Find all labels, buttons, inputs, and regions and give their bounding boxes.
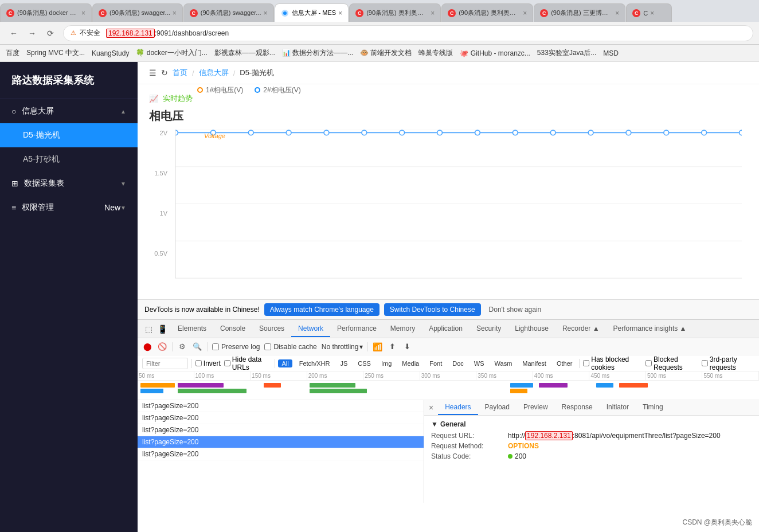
details-tab-initiator[interactable]: Initiator [600,400,636,415]
invert-input[interactable] [195,360,202,366]
tab-t6[interactable]: C (90条消息) 奥利奥实... × [441,3,533,22]
details-tab-payload[interactable]: Payload [478,400,517,415]
record-icon[interactable]: ⬤ [142,342,152,352]
bookmark-beehive[interactable]: 蜂巢专线版 [418,48,453,58]
bookmark-baidu[interactable]: 百度 [6,48,19,58]
filter-type-css[interactable]: CSS [354,359,374,367]
tab-t4[interactable]: 信息大屏 - MES × [275,3,349,22]
throttle-dropdown[interactable]: No throttling ▾ [322,343,363,351]
filter-icon[interactable]: ⚙ [177,342,187,352]
filter-type-js[interactable]: JS [337,359,351,367]
tab-performance[interactable]: Performance [330,321,384,337]
tab-t7[interactable]: C (90条消息) 三更博客... × [534,3,625,22]
bookmark-msd[interactable]: MSD [603,49,619,57]
filter-type-manifest[interactable]: Manifest [519,359,550,367]
blocked-requests-checkbox[interactable]: Blocked Requests [645,355,698,371]
tab-recorder[interactable]: Recorder ▲ [555,321,607,337]
clear-icon[interactable]: 🚫 [157,342,167,352]
blocked-requests-input[interactable] [645,360,652,366]
bookmark-frontend[interactable]: 🐵 前端开发文档 [360,48,412,58]
third-party-checkbox[interactable]: 3rd-party requests [702,355,754,371]
inspect-icon[interactable]: ⬚ [143,324,154,334]
bookmark-docker[interactable]: 🍀 docker一小时入门... [136,48,207,58]
bookmark-movie[interactable]: 影视森林——观影... [214,48,275,58]
tab-console[interactable]: Console [213,321,252,337]
tab-sources[interactable]: Sources [252,321,291,337]
filter-type-fetch[interactable]: Fetch/XHR [296,359,334,367]
tab-t5[interactable]: C (90条消息) 奥利奥实... × [349,3,441,22]
filter-type-media[interactable]: Media [398,359,422,367]
tab-network[interactable]: Network [291,321,330,337]
refresh-icon[interactable]: ↻ [161,68,168,77]
dont-show-button[interactable]: Don't show again [486,303,545,316]
upload-icon[interactable]: ⬆ [387,342,397,352]
bookmark-spring[interactable]: Spring MVC 中文... [26,48,85,58]
tab-close-t7[interactable]: × [615,9,619,17]
details-tab-preview[interactable]: Preview [517,400,555,415]
third-party-input[interactable] [702,360,708,366]
network-list-item-5[interactable]: list?pageSize=200 [138,448,424,460]
details-tab-timing[interactable]: Timing [636,400,670,415]
network-list-item-4[interactable]: list?pageSize=200 [138,436,424,448]
bookmark-kuang[interactable]: KuangStudy [92,49,129,57]
filter-type-all[interactable]: All [278,359,292,367]
tab-memory[interactable]: Memory [384,321,422,337]
sidebar-item-a5[interactable]: A5-打砂机 [0,147,138,171]
tab-close-t4[interactable]: × [338,9,342,17]
disable-cache-checkbox[interactable]: Disable cache [264,343,316,351]
filter-type-ws[interactable]: WS [471,359,488,367]
preserve-log-checkbox[interactable]: Preserve log [212,343,260,351]
invert-checkbox[interactable]: Invert [195,359,221,367]
filter-type-other[interactable]: Other [553,359,576,367]
details-tab-response[interactable]: Response [555,400,600,415]
sidebar-item-d5[interactable]: D5-抛光机 [0,123,138,147]
bookmark-533[interactable]: 533实验室Java后... [537,48,596,58]
switch-devtools-button[interactable]: Switch DevTools to Chinese [384,303,481,316]
download-icon[interactable]: ⬇ [402,342,412,352]
forward-button[interactable]: → [24,25,40,41]
tab-close-t1[interactable]: × [81,9,85,17]
hide-data-urls-checkbox[interactable]: Hide data URLs [224,355,271,371]
details-close-button[interactable]: × [424,400,438,415]
has-blocked-input[interactable] [583,360,589,366]
preserve-log-input[interactable] [212,343,219,350]
tab-t8[interactable]: C C × [626,3,672,22]
details-tab-headers[interactable]: Headers [438,400,478,415]
bookmark-data[interactable]: 📊 数据分析方法——... [282,48,353,58]
tab-application[interactable]: Application [422,321,470,337]
filter-input[interactable] [142,358,188,369]
tab-elements[interactable]: Elements [171,321,213,337]
tab-t3[interactable]: C (90条消息) swagger... × [183,3,274,22]
tab-security[interactable]: Security [470,321,508,337]
url-bar[interactable]: ⚠ 不安全 192.168.2.131:9091/dashboard/scree… [63,25,753,41]
filter-type-img[interactable]: Img [378,359,395,367]
breadcrumb-home[interactable]: 首页 [173,68,187,78]
sidebar-section-auth[interactable]: ≡ 权限管理 New ▼ [0,195,138,220]
filter-type-font[interactable]: Font [426,359,445,367]
bookmark-github[interactable]: 🐙 GitHub - moranzc... [460,49,530,57]
tab-close-t5[interactable]: × [431,9,435,17]
refresh-button[interactable]: ⟳ [42,25,58,41]
tab-close-t6[interactable]: × [523,9,527,17]
tab-t1[interactable]: C (90条消息) docker 镜... × [0,3,92,22]
breadcrumb-dashboard[interactable]: 信息大屏 [199,68,229,78]
filter-type-doc[interactable]: Doc [449,359,467,367]
tab-lighthouse[interactable]: Lighthouse [508,321,555,337]
network-list-item-1[interactable]: list?pageSize=200 [138,400,424,412]
wifi-icon[interactable]: 📶 [373,342,382,351]
back-button[interactable]: ← [6,25,22,41]
disable-cache-input[interactable] [264,343,271,350]
hide-data-urls-input[interactable] [224,360,230,366]
menu-icon[interactable]: ☰ [149,68,157,77]
sidebar-section-dashboard[interactable]: ○ 信息大屏 ▲ [0,99,138,123]
device-icon[interactable]: 📱 [157,324,167,334]
tab-performance-insights[interactable]: Performance insights ▲ [607,321,694,337]
search-icon[interactable]: 🔍 [192,342,202,352]
tab-close-t2[interactable]: × [173,9,177,17]
network-list-item-2[interactable]: list?pageSize=200 [138,412,424,424]
network-list-item-3[interactable]: list?pageSize=200 [138,424,424,436]
tab-close-t3[interactable]: × [264,9,268,17]
always-match-button[interactable]: Always match Chrome's language [264,303,380,316]
sidebar-section-datacollect[interactable]: ⊞ 数据采集表 ▼ [0,171,138,195]
tab-close-t8[interactable]: × [650,9,654,17]
